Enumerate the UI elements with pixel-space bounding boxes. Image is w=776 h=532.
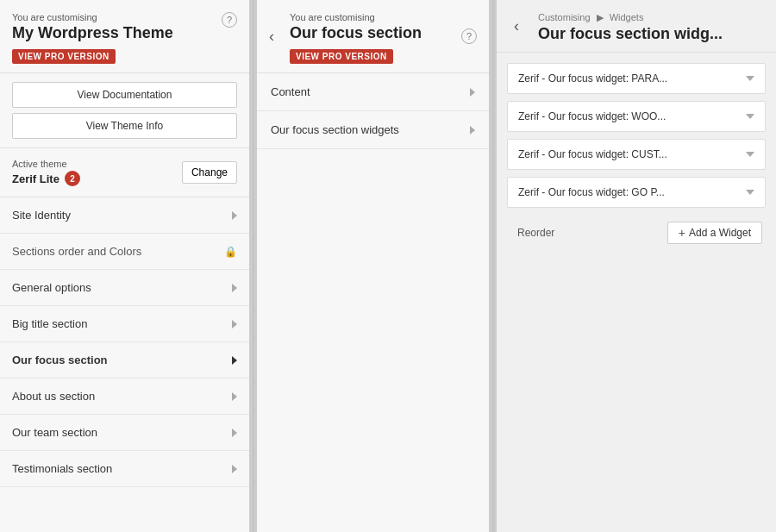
panel1-pro-btn[interactable]: VIEW PRO VERSION [12,49,116,64]
chevron-right-icon [232,356,237,365]
help-icon-panel1[interactable]: ? [222,12,237,28]
nav-item-our-team[interactable]: Our team section [0,415,249,451]
panel1-customising-label: You are customising [12,12,237,22]
active-theme-info: Active theme Zerif Lite 2 [12,159,80,186]
nav-item-sections-order[interactable]: Sections order and Colors 🔒 [0,234,249,270]
nav-label-general-options: General options [12,281,91,294]
breadcrumb-child: Widgets [610,12,644,22]
theme-badge: 2 [65,171,80,186]
nav-item-general-options[interactable]: General options [0,270,249,306]
active-theme-label: Active theme [12,159,80,169]
add-widget-label: Add a Widget [689,227,751,239]
panel2-back-button[interactable]: ‹ [266,25,278,47]
widget-label-0: Zerif - Our focus widget: PARA... [518,72,667,84]
plus-icon: + [679,227,685,239]
nav-label-sections-order: Sections order and Colors [12,245,141,258]
widget-item-3[interactable]: Zerif - Our focus widget: GO P... [507,177,766,208]
nav-label-our-focus: Our focus section [12,354,108,366]
lock-icon: 🔒 [224,246,237,258]
nav-item-left: Sections order and Colors [12,245,141,258]
chevron-right-icon [470,88,475,97]
widget-label-3: Zerif - Our focus widget: GO P... [518,186,665,198]
breadcrumb-root: Customising [538,12,591,22]
panel2-nav-label-content: Content [271,85,310,98]
reorder-button[interactable]: Reorder [510,223,561,242]
panel2-section-title: Our focus section [290,24,477,42]
panel2-nav-label-widgets: Our focus section widgets [271,123,399,136]
panel3-header: ‹ Customising ▶ Widgets Our focus sectio… [497,0,776,53]
chevron-down-icon-2 [746,152,754,157]
panel3-title: Our focus section widg... [538,25,745,43]
chevron-right-icon [232,284,237,292]
widgets-area: Zerif - Our focus widget: PARA... Zerif … [497,53,776,532]
panel2-header-content: You are customising Our focus section VI… [290,12,477,64]
panel2-pro-btn[interactable]: VIEW PRO VERSION [290,49,393,64]
chevron-right-icon [232,211,237,220]
chevron-right-icon [232,465,237,473]
chevron-down-icon-3 [746,190,754,195]
view-theme-info-button[interactable]: View Theme Info [12,113,237,139]
chevron-down-icon-0 [746,76,754,81]
panel-1-header: ? You are customising My Wordpress Theme… [0,0,249,73]
nav-label-testimonials: Testimonials section [12,462,112,475]
widget-item-2[interactable]: Zerif - Our focus widget: CUST... [507,139,766,170]
nav-item-about-us[interactable]: About us section [0,379,249,415]
nav-label-big-title: Big title section [12,317,87,330]
change-theme-button[interactable]: Change [182,161,237,184]
panel2-nav-widgets[interactable]: Our focus section widgets [257,111,489,149]
panel-3: ‹ Customising ▶ Widgets Our focus sectio… [497,0,776,532]
panel2-nav: Content Our focus section widgets [257,73,489,532]
help-icon-panel2[interactable]: ? [461,28,477,44]
nav-item-site-identity[interactable]: Site Identity [0,197,249,234]
widget-item-1[interactable]: Zerif - Our focus widget: WOO... [507,101,766,132]
chevron-right-icon [232,392,237,401]
chevron-right-icon [470,126,475,135]
theme-name-row: Zerif Lite 2 [12,171,80,186]
nav-label-about-us: About us section [12,390,95,403]
active-theme-section: Active theme Zerif Lite 2 Change [0,148,249,197]
chevron-down-icon-1 [746,114,754,119]
panel2-customising-label: You are customising [290,12,477,22]
nav-item-testimonials[interactable]: Testimonials section [0,451,249,487]
add-widget-button[interactable]: + Add a Widget [667,222,762,244]
panel1-theme-title: My Wordpress Theme [12,24,237,42]
panel1-action-buttons: View Documentation View Theme Info [0,73,249,148]
view-documentation-button[interactable]: View Documentation [12,82,237,108]
breadcrumb-separator: ▶ [597,12,606,22]
panel-separator-2 [490,0,497,532]
panel-1: ? You are customising My Wordpress Theme… [0,0,250,532]
panel-2: ‹ ? You are customising Our focus sectio… [257,0,490,532]
chevron-right-icon [232,429,237,437]
widget-actions: Reorder + Add a Widget [507,215,766,247]
nav-label-site-identity: Site Identity [12,209,71,222]
panel-separator-1 [250,0,257,532]
widget-item-0[interactable]: Zerif - Our focus widget: PARA... [507,63,766,94]
nav-item-our-focus[interactable]: Our focus section [0,342,249,379]
panel3-back-button[interactable]: ‹ [510,14,523,39]
widget-label-2: Zerif - Our focus widget: CUST... [518,148,667,160]
chevron-right-icon [232,320,237,329]
panel2-nav-content[interactable]: Content [257,73,489,111]
panel1-nav: Site Identity Sections order and Colors … [0,197,249,532]
breadcrumb: Customising ▶ Widgets [538,12,762,23]
widget-label-1: Zerif - Our focus widget: WOO... [518,110,666,122]
panel-2-header: ‹ ? You are customising Our focus sectio… [257,0,489,73]
theme-name: Zerif Lite [12,172,59,185]
nav-item-big-title[interactable]: Big title section [0,306,249,342]
nav-label-our-team: Our team section [12,426,97,439]
